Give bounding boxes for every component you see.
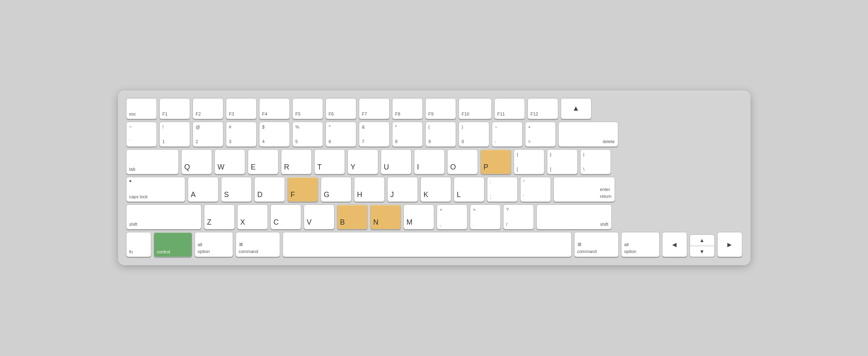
key-f3[interactable]: F3 [226,98,257,119]
key-l[interactable]: L [454,177,484,202]
key-5[interactable]: % 5 [292,122,323,147]
key-semicolon[interactable]: : ; [487,177,518,202]
key-h[interactable]: H [354,177,385,202]
key-command-right[interactable]: ⌘command [574,232,619,257]
function-row: esc F1 F2 F3 F4 F5 F6 F7 F8 F9 F10 [126,98,742,119]
bottom-row: fn control altoption ⌘command ⌘command a… [126,232,742,257]
key-r[interactable]: R [281,149,312,174]
key-i[interactable]: I [414,149,445,174]
key-f6[interactable]: F6 [326,98,356,119]
key-g[interactable]: G [321,177,351,202]
key-quote[interactable]: " ' [520,177,551,202]
key-open-bracket[interactable]: { [ [514,149,544,174]
key-equals[interactable]: + = [525,122,556,147]
key-slash[interactable]: ? / [503,204,534,229]
key-arrow-up-down: ▲ ▼ [690,234,715,257]
key-m[interactable]: M [403,204,434,229]
key-c[interactable]: C [270,204,301,229]
key-x[interactable]: X [237,204,268,229]
key-a[interactable]: A [188,177,219,202]
key-e[interactable]: E [248,149,279,174]
key-b[interactable]: B [337,204,368,229]
key-minus[interactable]: − - [492,122,523,147]
key-comma[interactable]: < , [437,204,467,229]
key-u[interactable]: U [381,149,411,174]
key-8[interactable]: * 8 [392,122,423,147]
key-alt-right[interactable]: altoption [621,232,660,257]
key-f5[interactable]: F5 [292,98,323,119]
key-space[interactable] [283,232,572,257]
key-tab[interactable]: tab [126,149,179,174]
key-2[interactable]: @ 2 [193,122,223,147]
key-f9[interactable]: F9 [425,98,456,119]
key-1[interactable]: ! 1 [159,122,190,147]
key-s[interactable]: S [221,177,252,202]
key-y[interactable]: Y [347,149,378,174]
key-q[interactable]: Q [181,149,212,174]
key-7[interactable]: & 7 [359,122,390,147]
number-row: ~ ` ! 1 @ 2 # 3 $ 4 % 5 ^ 6 & 7 [126,122,742,147]
key-arrow-left[interactable]: ◀ [662,232,687,257]
key-arrow-up[interactable]: ▲ [690,234,715,246]
key-backslash[interactable]: | \ [580,149,611,174]
key-f10[interactable]: F10 [459,98,492,119]
key-shift-left[interactable]: shift [126,204,201,229]
key-control[interactable]: control [154,232,192,257]
key-f11[interactable]: F11 [494,98,525,119]
key-o[interactable]: O [447,149,478,174]
key-f2[interactable]: F2 [193,98,223,119]
key-command-left[interactable]: ⌘command [236,232,280,257]
key-eject[interactable]: ▲ [561,98,592,119]
key-z[interactable]: Z [204,204,235,229]
key-4[interactable]: $ 4 [259,122,290,147]
zxcv-row: shift Z X C V B N M < , > . [126,204,742,229]
key-v[interactable]: V [304,204,334,229]
key-tilde[interactable]: ~ ` [126,122,157,147]
key-w[interactable]: W [214,149,245,174]
key-k[interactable]: K [420,177,451,202]
key-enter[interactable]: enterreturn [553,177,615,202]
key-alt-left[interactable]: altoption [195,232,233,257]
key-f7[interactable]: F7 [359,98,390,119]
qwerty-row: tab Q W E R T Y U I O P [126,149,742,174]
key-fn[interactable]: fn [126,232,151,257]
key-caps-lock[interactable]: caps lock [126,177,185,202]
asdf-row: caps lock A S D F G H J K L : ; [126,177,742,202]
key-9[interactable]: ( 9 [425,122,456,147]
key-3[interactable]: # 3 [226,122,257,147]
key-0[interactable]: ) 0 [459,122,489,147]
key-j[interactable]: J [387,177,418,202]
keyboard: esc F1 F2 F3 F4 F5 F6 F7 F8 F9 F10 [118,91,750,265]
key-esc[interactable]: esc [126,98,157,119]
key-f8[interactable]: F8 [392,98,423,119]
key-f[interactable]: F [287,177,318,202]
key-t[interactable]: T [314,149,345,174]
key-d[interactable]: D [254,177,285,202]
key-period[interactable]: > . [470,204,501,229]
key-f4[interactable]: F4 [259,98,290,119]
key-6[interactable]: ^ 6 [326,122,356,147]
key-p[interactable]: P [480,149,511,174]
key-n[interactable]: N [370,204,401,229]
key-arrow-down[interactable]: ▼ [690,246,715,257]
key-delete[interactable]: delete [558,122,618,147]
key-close-bracket[interactable]: } ] [547,149,578,174]
key-shift-right[interactable]: shift [536,204,612,229]
key-arrow-right[interactable]: ▶ [717,232,742,257]
key-f12[interactable]: F12 [527,98,558,119]
caps-lock-indicator [129,180,131,182]
key-f1[interactable]: F1 [159,98,190,119]
